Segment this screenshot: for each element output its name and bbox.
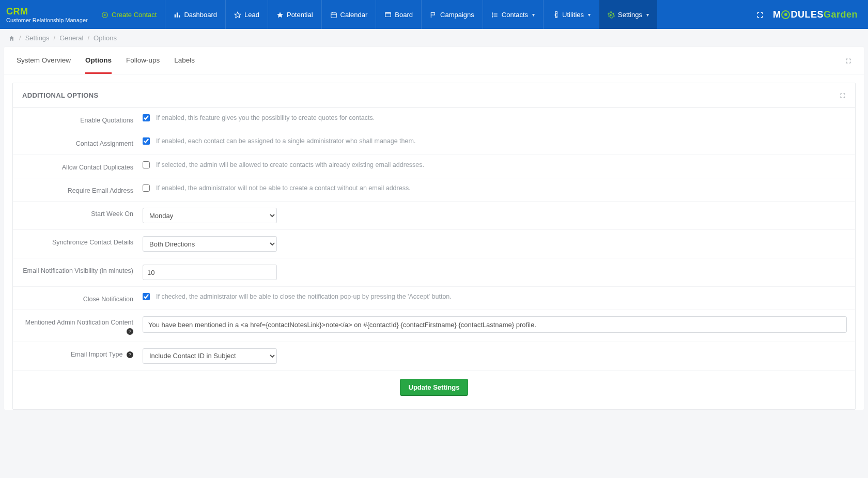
breadcrumb-sep: / (87, 34, 89, 42)
label-start-week: Start Week On (21, 208, 143, 218)
tab-followups[interactable]: Follow-ups (126, 47, 160, 74)
nav-campaigns[interactable]: Campaigns (421, 0, 483, 29)
row-sync-details: Synchronize Contact Details Both Directi… (13, 230, 855, 258)
submit-row: Update Settings (13, 371, 855, 409)
nav-potential[interactable]: Potential (268, 0, 321, 29)
svg-point-19 (492, 17, 493, 17)
select-start-week[interactable]: Monday (143, 208, 277, 223)
label-contact-assignment: Contact Assignment (21, 137, 143, 148)
desc-allow-duplicates: If selected, the admin will be allowed t… (156, 161, 424, 168)
nav-label: Create Contact (112, 11, 157, 19)
tab-options[interactable]: Options (85, 47, 112, 74)
desc-contact-assignment: If enabled, each contact can be assigned… (156, 137, 415, 145)
nav-label: Utilities (562, 11, 584, 19)
label-email-visibility: Email Notification Visibility (in minute… (21, 265, 143, 275)
wrench-icon (552, 10, 559, 19)
label-allow-duplicates: Allow Contact Duplicates (21, 161, 143, 172)
chevron-down-icon: ▾ (646, 12, 649, 18)
svg-point-20 (610, 14, 612, 16)
nav-utilities[interactable]: Utilities ▾ (543, 0, 599, 29)
panel-title: ADDITIONAL OPTIONS (22, 91, 98, 99)
svg-rect-5 (179, 15, 180, 17)
breadcrumb-general[interactable]: General (59, 34, 83, 42)
tabs: System Overview Options Follow-ups Label… (17, 47, 195, 74)
plus-circle-icon (101, 10, 109, 19)
checkbox-enable-quotations[interactable] (143, 114, 150, 121)
svg-rect-12 (385, 12, 391, 17)
nav-items: Create Contact Dashboard Lead Potential (93, 0, 746, 29)
nav-label: Potential (287, 11, 313, 19)
tabs-row: System Overview Options Follow-ups Label… (4, 47, 864, 74)
brand-title: CRM (6, 6, 93, 17)
checkbox-allow-duplicates[interactable] (143, 161, 150, 168)
row-contact-assignment: Contact Assignment If enabled, each cont… (13, 131, 855, 155)
chevron-down-icon: ▾ (532, 12, 535, 18)
top-nav: CRM Customer Relationship Manager Create… (0, 0, 868, 29)
nav-label: Calendar (340, 11, 368, 19)
tab-labels[interactable]: Labels (174, 47, 195, 74)
row-allow-duplicates: Allow Contact Duplicates If selected, th… (13, 155, 855, 178)
nav-label: Board (395, 11, 413, 19)
svg-marker-6 (235, 12, 241, 18)
desc-enable-quotations: If enabled, this feature gives you the p… (156, 114, 375, 121)
svg-rect-4 (177, 12, 178, 17)
brand-block: CRM Customer Relationship Manager (6, 6, 93, 23)
row-email-import: Email Import Type Include Contact ID in … (13, 342, 855, 371)
breadcrumb-sep: / (19, 34, 21, 42)
fullscreen-icon[interactable] (756, 10, 764, 19)
svg-marker-7 (277, 12, 283, 18)
help-icon[interactable] (125, 351, 133, 358)
calendar-icon (330, 10, 337, 19)
expand-panel-icon[interactable] (840, 92, 846, 99)
list-icon (491, 10, 499, 19)
nav-create-contact[interactable]: Create Contact (93, 0, 165, 29)
expand-card-icon[interactable] (845, 57, 851, 64)
help-icon[interactable] (125, 328, 133, 335)
gear-icon (608, 10, 615, 19)
nav-board[interactable]: Board (376, 0, 421, 29)
breadcrumb: / Settings / General / Options (0, 29, 868, 47)
flag-icon (430, 10, 437, 19)
nav-calendar[interactable]: Calendar (321, 0, 376, 29)
label-require-email: Require Email Address (21, 184, 143, 195)
checkbox-require-email[interactable] (143, 184, 150, 192)
row-mention-content: Mentioned Admin Notification Content (13, 310, 855, 342)
checkbox-contact-assignment[interactable] (143, 137, 150, 145)
row-enable-quotations: Enable Quotations If enabled, this featu… (13, 108, 855, 131)
tab-system-overview[interactable]: System Overview (17, 47, 71, 74)
svg-rect-8 (331, 13, 336, 18)
select-email-import[interactable]: Include Contact ID in Subject (143, 348, 277, 364)
panel-header: ADDITIONAL OPTIONS (13, 83, 855, 108)
nav-settings[interactable]: Settings ▾ (599, 0, 657, 29)
nav-contacts[interactable]: Contacts ▾ (483, 0, 543, 29)
svg-rect-3 (175, 14, 176, 18)
row-email-visibility: Email Notification Visibility (in minute… (13, 258, 855, 287)
nav-dashboard[interactable]: Dashboard (165, 0, 225, 29)
row-start-week: Start Week On Monday (13, 202, 855, 230)
options-panel: ADDITIONAL OPTIONS Enable Quotations If … (12, 83, 856, 410)
label-enable-quotations: Enable Quotations (21, 114, 143, 125)
home-icon[interactable] (8, 34, 15, 42)
svg-point-18 (492, 14, 493, 15)
checkbox-close-notification[interactable] (143, 293, 150, 300)
update-settings-button[interactable]: Update Settings (400, 379, 469, 396)
nav-label: Lead (244, 11, 259, 19)
label-text-mention-content: Mentioned Admin Notification Content (25, 319, 133, 326)
nav-lead[interactable]: Lead (225, 0, 268, 29)
page-card: System Overview Options Follow-ups Label… (4, 47, 864, 410)
chevron-down-icon: ▾ (588, 12, 591, 18)
breadcrumb-settings[interactable]: Settings (25, 34, 50, 42)
nav-label: Campaigns (440, 11, 474, 19)
label-text-email-import: Email Import Type (71, 351, 123, 358)
select-sync-details[interactable]: Both Directions (143, 236, 277, 252)
modulesgarden-logo: MDULESGarden (773, 9, 858, 20)
breadcrumb-sep: / (54, 34, 56, 42)
row-require-email: Require Email Address If enabled, the ad… (13, 178, 855, 202)
input-mention-content[interactable] (143, 316, 847, 333)
nav-label: Dashboard (184, 11, 217, 19)
bar-chart-icon (174, 10, 181, 19)
board-icon (384, 10, 392, 19)
input-email-visibility[interactable] (143, 265, 277, 280)
star-icon (276, 10, 284, 19)
desc-require-email: If enabled, the administrator will not b… (156, 184, 411, 192)
